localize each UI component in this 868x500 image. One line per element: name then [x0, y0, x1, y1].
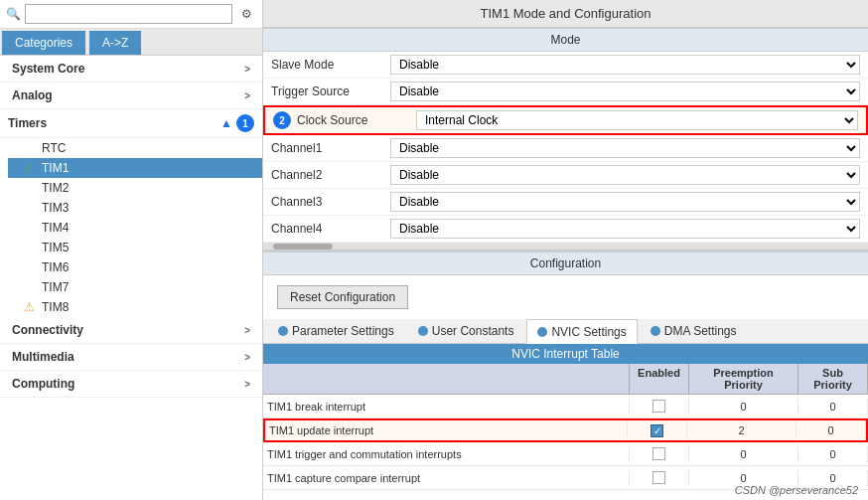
- th-enabled: Enabled: [630, 364, 689, 394]
- row2-enabled[interactable]: ✓: [628, 422, 687, 439]
- mode-section: Mode Slave Mode Disable Trigger Source D…: [263, 28, 868, 251]
- trigger-source-select[interactable]: Disable: [390, 82, 860, 101]
- row1-preemption: 0: [689, 399, 798, 415]
- sidebar-label-computing: Computing: [12, 377, 74, 391]
- sidebar-item-tim1[interactable]: ✓ TIM1: [8, 158, 262, 178]
- table-row: TIM1 break interrupt 0 0: [263, 395, 868, 418]
- tab-nvic-label: NVIC Settings: [551, 325, 626, 339]
- channel1-label: Channel1: [271, 141, 390, 155]
- tab-user-constants[interactable]: User Constants: [407, 319, 525, 343]
- sidebar-item-tim4[interactable]: TIM4: [8, 218, 262, 238]
- tab-dot-icon: [418, 326, 428, 336]
- slave-mode-label: Slave Mode: [271, 58, 390, 72]
- row3-preemption: 0: [689, 446, 798, 462]
- sidebar-label-tim4: TIM4: [42, 221, 69, 235]
- th-sub: Sub Priority: [798, 364, 868, 394]
- sidebar-item-timers[interactable]: Timers ▲ 1: [0, 109, 262, 138]
- scrollbar[interactable]: [263, 243, 868, 250]
- sidebar-search-bar[interactable]: 🔍 ⚙: [0, 0, 262, 29]
- trigger-source-row: Trigger Source Disable: [263, 79, 868, 105]
- row3-sub: 0: [798, 446, 868, 462]
- channel2-select[interactable]: Disable: [390, 165, 860, 185]
- tab-categories[interactable]: Categories: [2, 31, 85, 55]
- sidebar-label-connectivity: Connectivity: [12, 323, 83, 337]
- tab-parameter-label: Parameter Settings: [292, 324, 394, 338]
- chevron-right-icon: >: [244, 64, 250, 75]
- channel4-select[interactable]: Disable: [390, 219, 860, 239]
- gear-icon[interactable]: ⚙: [236, 4, 256, 24]
- sidebar-label-tim3: TIM3: [42, 201, 69, 215]
- row2-preemption: 2: [687, 422, 796, 438]
- channel3-select[interactable]: Disable: [390, 192, 860, 212]
- sidebar-item-system-core[interactable]: System Core >: [0, 56, 262, 83]
- channel2-row: Channel2 Disable: [263, 162, 868, 189]
- chevron-up-icon: ▲: [220, 116, 232, 130]
- slave-mode-row: Slave Mode Disable: [263, 52, 868, 79]
- tab-parameter-settings[interactable]: Parameter Settings: [267, 319, 405, 343]
- row2-name: TIM1 update interrupt: [265, 422, 628, 438]
- th-preemption: Preemption Priority: [689, 364, 798, 394]
- sidebar-label-rtc: RTC: [42, 141, 66, 155]
- tab-nvic-settings[interactable]: NVIC Settings: [526, 319, 637, 344]
- sidebar-item-tim6[interactable]: TIM6: [8, 257, 262, 277]
- tab-az[interactable]: A->Z: [89, 31, 141, 55]
- mode-section-title: Mode: [263, 28, 868, 52]
- channel4-row: Channel4 Disable: [263, 216, 868, 243]
- sidebar-item-computing[interactable]: Computing >: [0, 371, 262, 398]
- row3-enabled[interactable]: [630, 445, 689, 462]
- th-interrupt-name: [263, 364, 630, 394]
- sidebar-item-tim2[interactable]: TIM2: [8, 178, 262, 198]
- tab-dot-icon: [537, 327, 547, 337]
- watermark: CSDN @perseverance52: [735, 484, 858, 496]
- timers-badge: 1: [236, 114, 254, 132]
- sidebar-label-multimedia: Multimedia: [12, 350, 74, 364]
- checkbox-checked[interactable]: ✓: [651, 424, 663, 437]
- sidebar-item-tim8[interactable]: ⚠ TIM8: [8, 297, 262, 317]
- checkbox-unchecked[interactable]: [652, 471, 665, 484]
- main-content: TIM1 Mode and Configuration Mode Slave M…: [263, 0, 868, 500]
- channel4-label: Channel4: [271, 222, 390, 236]
- channel1-row: Channel1 Disable: [263, 135, 868, 162]
- nvic-table-title: NVIC Interrupt Table: [263, 344, 868, 364]
- sidebar-label-tim5: TIM5: [42, 241, 69, 254]
- sidebar-label-timers: Timers: [8, 116, 47, 130]
- sidebar-item-connectivity[interactable]: Connectivity >: [0, 317, 262, 344]
- sidebar-item-rtc[interactable]: RTC: [8, 138, 262, 158]
- row1-enabled[interactable]: [630, 398, 689, 415]
- sidebar-label-tim7: TIM7: [42, 280, 69, 294]
- table-row: TIM1 trigger and commutation interrupts …: [263, 442, 868, 466]
- channel1-select[interactable]: Disable: [390, 138, 860, 158]
- tab-dma-settings[interactable]: DMA Settings: [640, 319, 748, 343]
- timers-items: RTC ✓ TIM1 TIM2 TIM3 TIM4 TIM5: [0, 138, 262, 317]
- sidebar-label-analog: Analog: [12, 88, 53, 102]
- sidebar-list: System Core > Analog > Timers ▲ 1 RTC ✓ …: [0, 56, 262, 500]
- reset-btn-container: Reset Configuration: [263, 275, 868, 319]
- reset-config-button[interactable]: Reset Configuration: [277, 285, 408, 309]
- clock-source-row: 2 Clock Source Internal Clock: [263, 105, 868, 135]
- badge-2: 2: [273, 111, 291, 129]
- sidebar-item-tim3[interactable]: TIM3: [8, 198, 262, 218]
- slave-mode-select[interactable]: Disable: [390, 55, 860, 75]
- warning-icon: ⚠: [24, 300, 38, 314]
- config-section-title: Configuration: [263, 251, 868, 275]
- sidebar: 🔍 ⚙ Categories A->Z System Core > Analog…: [0, 0, 263, 500]
- row4-enabled[interactable]: [630, 469, 689, 486]
- clock-source-select[interactable]: Internal Clock: [416, 110, 858, 130]
- checkbox-unchecked[interactable]: [652, 447, 665, 460]
- row3-name: TIM1 trigger and commutation interrupts: [263, 446, 630, 462]
- row2-sub: 0: [796, 422, 866, 438]
- table-row: 3 TIM1 update interrupt ✓ 2 0: [263, 418, 868, 442]
- row1-sub: 0: [798, 399, 868, 415]
- sidebar-item-analog[interactable]: Analog >: [0, 83, 262, 109]
- sidebar-item-tim5[interactable]: TIM5: [8, 238, 262, 257]
- nvic-table-header: Enabled Preemption Priority Sub Priority: [263, 364, 868, 395]
- search-input[interactable]: [25, 4, 232, 24]
- chevron-right-icon: >: [244, 379, 250, 390]
- check-icon: ✓: [24, 162, 38, 175]
- chevron-right-icon: >: [244, 352, 250, 363]
- checkbox-unchecked[interactable]: [652, 400, 665, 413]
- sidebar-item-tim7[interactable]: TIM7: [8, 277, 262, 297]
- config-section: Configuration Reset Configuration Parame…: [263, 251, 868, 500]
- row1-name: TIM1 break interrupt: [263, 399, 630, 415]
- sidebar-item-multimedia[interactable]: Multimedia >: [0, 344, 262, 371]
